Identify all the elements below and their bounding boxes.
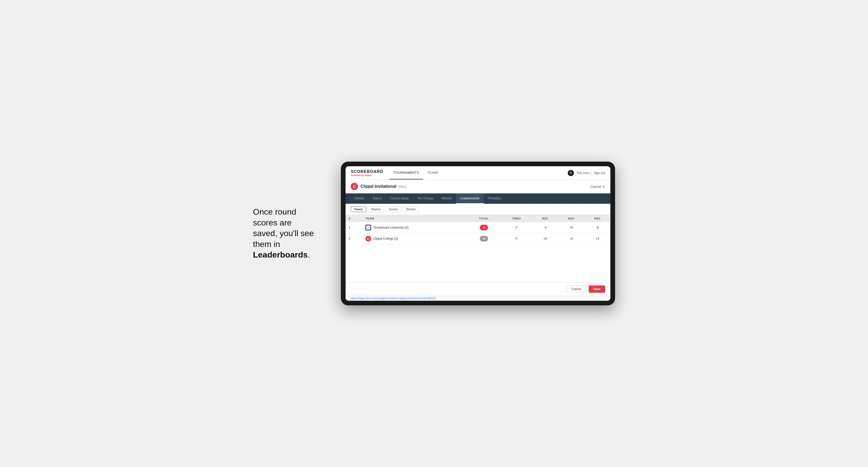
filter-players-button[interactable]: Players — [368, 206, 384, 212]
tournament-logo: C — [351, 183, 358, 190]
sign-out-link[interactable]: Sign out — [594, 171, 605, 175]
col-team: TEAM — [362, 215, 467, 222]
team-name-2: C Clippd College [A] — [362, 233, 467, 244]
table-row: 1 S Scoreboard University [A] — [345, 222, 610, 233]
left-description: Once round scores are saved, you'll see … — [253, 207, 326, 260]
tournament-name: Clippd Invitational — [361, 184, 397, 189]
user-avatar: S — [568, 170, 574, 176]
thru-1: F — [501, 222, 532, 233]
filter-scores-button[interactable]: Scores — [385, 206, 401, 212]
rank-2: 2 — [345, 233, 362, 244]
table-header-row: # TEAM TOTAL THRU RD1 RD2 RD3 — [345, 215, 610, 222]
user-name: Test User | — [577, 171, 591, 175]
rd2-2: -8 — [558, 233, 584, 244]
leaderboard-table-container: # TEAM TOTAL THRU RD1 RD2 RD3 1 — [345, 215, 610, 282]
sub-tab-leaderboards[interactable]: Leaderboards — [456, 193, 484, 204]
rank-1: 1 — [345, 222, 362, 233]
sub-nav: Details Teams Course Setup Tee Groups Re… — [345, 193, 610, 204]
team-logo-scoreboard: S — [366, 225, 371, 230]
score-badge-1: -5 — [480, 225, 488, 230]
sub-tab-details[interactable]: Details — [351, 193, 369, 204]
team-name-1: S Scoreboard University [A] — [362, 222, 467, 233]
desc-line3: saved, you'll see — [253, 228, 314, 238]
cancel-button[interactable]: Cancel — [567, 285, 586, 293]
logo-area: SCOREBOARD Powered by clippd — [351, 169, 383, 177]
rd1-2: +8 — [532, 233, 558, 244]
desc-line5-bold: Leaderboards — [253, 250, 308, 259]
filter-teams-button[interactable]: Teams — [351, 206, 366, 212]
sub-tab-course-setup[interactable]: Course Setup — [386, 193, 413, 204]
nav-tab-tournaments[interactable]: TOURNAMENTS — [390, 166, 423, 180]
col-rd3: RD3 — [584, 215, 610, 222]
nav-right: S Test User | Sign out — [568, 170, 605, 176]
tournament-gender: (Men) — [398, 185, 407, 188]
total-1: -5 — [467, 222, 501, 233]
col-thru: THRU — [501, 215, 532, 222]
team-logo-clippd: C — [366, 236, 371, 242]
tournament-header: C Clippd Invitational (Men) Cancel ✕ — [345, 180, 610, 193]
save-button[interactable]: Save — [589, 285, 605, 293]
total-2: +3 — [467, 233, 501, 244]
col-rd1: RD1 — [532, 215, 558, 222]
footer-bar: Cancel Save — [345, 282, 610, 295]
table-row: 2 C Clippd College [A] +3 F — [345, 233, 610, 244]
logo-text: SCOREBOARD — [351, 169, 383, 174]
rd3-2: +3 — [584, 233, 610, 244]
sub-tab-teams[interactable]: Teams — [369, 193, 386, 204]
sub-tab-printables[interactable]: Printables — [484, 193, 506, 204]
leaderboard-table: # TEAM TOTAL THRU RD1 RD2 RD3 1 — [345, 215, 610, 244]
nav-tabs: TOURNAMENTS TEAMS — [390, 166, 443, 180]
rd2-1: +5 — [558, 222, 584, 233]
col-rank: # — [345, 215, 362, 222]
nav-bar: SCOREBOARD Powered by clippd TOURNAMENTS… — [345, 166, 610, 180]
score-badge-2: +3 — [480, 236, 488, 242]
desc-line1: Once round — [253, 207, 296, 216]
sub-tab-tee-groups[interactable]: Tee Groups — [413, 193, 437, 204]
powered-by-text: Powered by clippd — [351, 174, 383, 177]
nav-tab-teams[interactable]: TEAMS — [423, 166, 443, 180]
col-total: TOTAL — [467, 215, 501, 222]
desc-line2: scores are — [253, 218, 291, 227]
thru-2: F — [501, 233, 532, 244]
desc-line4: them in — [253, 240, 280, 249]
tablet-device: SCOREBOARD Powered by clippd TOURNAMENTS… — [341, 162, 615, 305]
close-icon[interactable]: ✕ — [602, 185, 605, 188]
sub-tab-results[interactable]: Results — [437, 193, 456, 204]
rd1-1: -4 — [532, 222, 558, 233]
filter-bar: Teams Players Scores Strokes — [345, 204, 610, 215]
filter-strokes-button[interactable]: Strokes — [403, 206, 419, 212]
cancel-x-button[interactable]: Cancel ✕ — [590, 185, 605, 188]
tablet-screen: SCOREBOARD Powered by clippd TOURNAMENTS… — [345, 166, 610, 301]
url-text: https://stage-blue-coach.stagescoreboard… — [351, 297, 436, 300]
col-rd2: RD2 — [558, 215, 584, 222]
rd3-1: -6 — [584, 222, 610, 233]
url-bar: https://stage-blue-coach.stagescoreboard… — [345, 295, 610, 301]
desc-line5-suffix: . — [308, 250, 310, 259]
page-wrapper: Once round scores are saved, you'll see … — [253, 162, 615, 305]
